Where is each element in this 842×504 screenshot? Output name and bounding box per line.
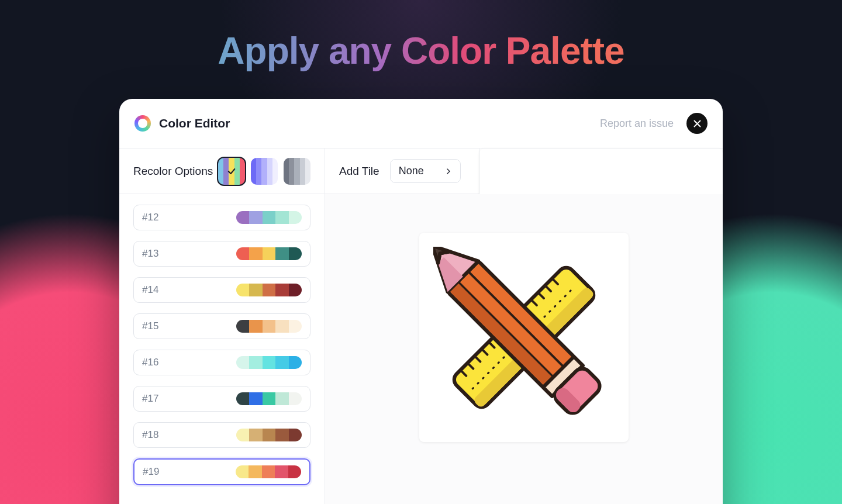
recolor-option-gray[interactable] [284,158,310,185]
palette-item[interactable]: #15 [133,313,310,339]
palette-swatch [236,211,302,224]
modal-body: #12#13#14#15#16#17#18#19 [119,194,723,504]
addtile-dropdown[interactable]: None [390,159,461,183]
palette-item[interactable]: #17 [133,386,310,412]
palette-item[interactable]: #18 [133,422,310,448]
artboard[interactable] [419,233,629,442]
palette-swatch [236,392,302,405]
palette-name: #15 [142,320,158,332]
chevron-right-icon [445,168,452,175]
recolor-section: Recolor Options [119,149,325,194]
color-wheel-icon [134,115,151,132]
palette-name: #12 [142,212,158,223]
palette-swatch [236,356,302,369]
palette-swatch [236,284,302,296]
recolor-option-multi[interactable] [218,158,245,185]
palette-name: #19 [143,466,159,478]
recolor-label: Recolor Options [133,165,213,178]
palette-name: #14 [142,284,158,296]
modal-header: Color Editor Report an issue [119,99,723,149]
recolor-option-purple[interactable] [251,158,278,185]
pencil-ruler-icon [433,247,615,428]
palette-name: #17 [142,393,158,405]
check-icon [227,167,236,176]
report-issue-link[interactable]: Report an issue [600,118,674,130]
close-icon [693,119,702,128]
palette-swatch [236,320,302,333]
palette-item[interactable]: #19 [133,458,310,485]
addtile-section: Add Tile None [325,149,479,194]
palette-swatch [236,465,301,478]
close-button[interactable] [686,113,708,134]
modal-title: Color Editor [159,116,230,130]
palette-swatch [236,429,302,441]
palette-item[interactable]: #14 [133,277,310,303]
addtile-label: Add Tile [339,165,379,178]
color-editor-modal: Color Editor Report an issue Recolor Opt… [119,99,723,504]
canvas-area [325,194,723,504]
addtile-value: None [399,165,424,177]
palette-item[interactable]: #13 [133,241,310,267]
palette-list[interactable]: #12#13#14#15#16#17#18#19 [119,194,325,504]
toolbar: Recolor Options Add Tile None Show Artbo… [119,149,723,194]
palette-name: #18 [142,429,158,441]
palette-item[interactable]: #12 [133,205,310,230]
palette-name: #16 [142,357,158,368]
hero-title: Apply any Color Palette [0,29,842,73]
palette-name: #13 [142,248,158,260]
palette-item[interactable]: #16 [133,350,310,375]
palette-swatch [236,247,302,260]
